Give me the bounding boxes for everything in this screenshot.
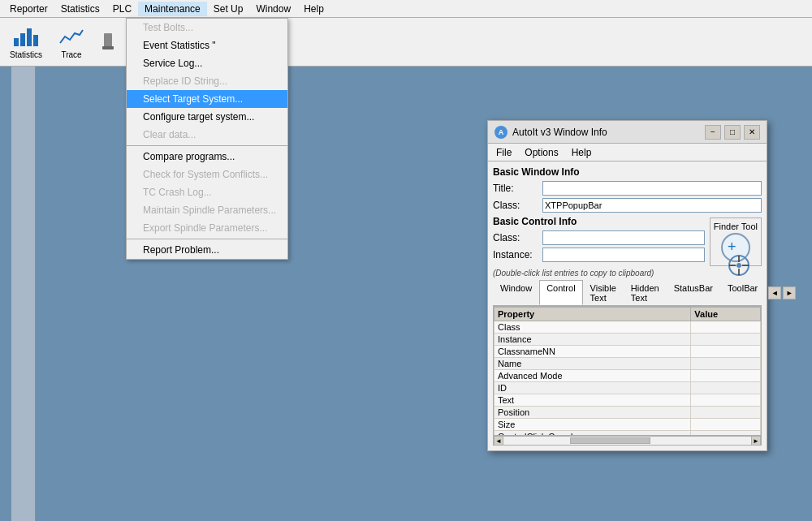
- menu-plc[interactable]: PLC: [106, 2, 138, 16]
- property-cell: Class: [495, 321, 691, 334]
- tab-toolbar[interactable]: ToolBar: [720, 280, 765, 305]
- menu-item-replace-id-string: Replace ID String...: [127, 72, 287, 90]
- table-row: Name: [495, 358, 761, 370]
- tab-prev-button[interactable]: ◄: [768, 286, 781, 299]
- value-cell: [691, 382, 761, 394]
- autoit-menu-help[interactable]: Help: [567, 146, 597, 159]
- basic-control-info-left: Basic Control Info Class: Instance:: [493, 216, 705, 266]
- toolbar-trace-button[interactable]: Trace: [50, 21, 93, 63]
- toolbar-statistics-button[interactable]: Statistics: [5, 21, 47, 63]
- menu-statistics[interactable]: Statistics: [54, 2, 106, 16]
- scroll-left-button[interactable]: ◄: [494, 436, 503, 446]
- control-info-section: Basic Control Info Class: Instance: Find…: [493, 216, 762, 266]
- menu-item-select-target-system[interactable]: Select Target System...: [127, 90, 287, 108]
- menu-item-configure-target-system[interactable]: Configure target system...: [127, 108, 287, 126]
- tab-control[interactable]: Control: [539, 280, 582, 305]
- tab-window[interactable]: Window: [493, 280, 539, 305]
- menu-window[interactable]: Window: [249, 2, 297, 16]
- value-cell: [691, 321, 761, 334]
- table-row: Position: [495, 407, 761, 419]
- property-cell: Text: [495, 394, 691, 407]
- menu-item-export-spindle: Export Spindle Parameters...: [127, 219, 287, 237]
- dropdown-separator-2: [127, 239, 287, 239]
- dropdown-separator-1: [127, 145, 287, 146]
- menu-item-maintain-spindle: Maintain Spindle Parameters...: [127, 201, 287, 219]
- tab-hidden-text[interactable]: Hidden Text: [624, 280, 667, 305]
- menu-reporter[interactable]: Reporter: [3, 2, 54, 16]
- property-cell: Position: [495, 407, 691, 419]
- title-input[interactable]: [542, 181, 762, 196]
- property-cell: Name: [495, 358, 691, 370]
- table-row: Size: [495, 419, 761, 431]
- window-title: AutoIt v3 Window Info: [512, 127, 700, 138]
- menu-item-test-bolts: Test Bolts...: [127, 19, 287, 37]
- class-input-window[interactable]: [542, 198, 762, 213]
- menu-item-check-system-conflicts: Check for System Conflicts...: [127, 166, 287, 183]
- menu-item-tc-crash-log: TC Crash Log...: [127, 183, 287, 201]
- table-row: Text: [495, 394, 761, 407]
- menu-item-clear-data: Clear data...: [127, 126, 287, 144]
- menu-bar: Reporter Statistics PLC Maintenance Set …: [0, 0, 812, 18]
- property-cell: Instance: [495, 334, 691, 346]
- tighten-icon: [96, 29, 120, 55]
- property-table-container[interactable]: Property Value ClassInstanceClassnameNNN…: [493, 306, 762, 436]
- tab-next-button[interactable]: ►: [783, 286, 796, 299]
- property-table: Property Value ClassInstanceClassnameNNN…: [494, 307, 761, 436]
- autoit-menu: File Options Help: [488, 144, 767, 161]
- menu-maintenance[interactable]: Maintenance: [138, 2, 207, 16]
- value-cell: [691, 334, 761, 346]
- svg-rect-1: [102, 46, 114, 50]
- basic-window-info-title: Basic Window Info: [493, 166, 762, 178]
- toolbar-tighten-button[interactable]: [96, 21, 120, 63]
- property-cell: ClassnameNN: [495, 346, 691, 358]
- finder-tool-label: Finder Tool: [714, 222, 758, 231]
- scroll-right-button[interactable]: ►: [751, 436, 761, 446]
- value-cell: [691, 370, 761, 382]
- instance-label: Instance:: [493, 249, 538, 260]
- column-property: Property: [495, 308, 691, 321]
- class-field-label-window: Class:: [493, 200, 538, 211]
- trace-icon: [58, 24, 84, 50]
- value-cell: [691, 394, 761, 407]
- minimize-button[interactable]: −: [705, 125, 721, 140]
- close-button[interactable]: ✕: [744, 125, 760, 140]
- class-input-control[interactable]: [542, 230, 705, 245]
- hint-text: (Double-click list entries to copy to cl…: [493, 269, 762, 278]
- property-cell: Advanced Mode: [495, 370, 691, 382]
- autoit-window: A AutoIt v3 Window Info − □ ✕ File Optio…: [487, 120, 767, 451]
- finder-icon[interactable]: [721, 233, 750, 262]
- table-row: Class: [495, 321, 761, 334]
- menu-setup[interactable]: Set Up: [207, 2, 250, 16]
- scroll-thumb[interactable]: [570, 437, 650, 444]
- property-cell: Size: [495, 419, 691, 431]
- menu-item-service-log[interactable]: Service Log...: [127, 54, 287, 72]
- table-row: Instance: [495, 334, 761, 346]
- tab-statusbar[interactable]: StatusBar: [667, 280, 720, 305]
- value-cell: [691, 358, 761, 370]
- scroll-track: [513, 437, 741, 444]
- trace-label: Trace: [61, 50, 81, 59]
- instance-input[interactable]: [542, 248, 705, 262]
- finder-tool-section: Finder Tool: [710, 216, 762, 266]
- tab-visible-text[interactable]: Visible Text: [583, 280, 624, 305]
- tab-navigation: ◄ ►: [765, 280, 799, 305]
- menu-item-event-statistics[interactable]: Event Statistics ": [127, 37, 287, 54]
- autoit-menu-options[interactable]: Options: [520, 146, 563, 159]
- window-controls: − □ ✕: [705, 125, 760, 140]
- autoit-content: Basic Window Info Title: Class: Basic Co…: [488, 161, 767, 450]
- horizontal-scrollbar[interactable]: ◄ ►: [493, 436, 762, 446]
- statistics-icon: [13, 24, 39, 50]
- property-cell: ID: [495, 382, 691, 394]
- value-cell: [691, 346, 761, 358]
- title-field-label: Title:: [493, 183, 538, 194]
- statistics-label: Statistics: [10, 50, 42, 59]
- autoit-menu-file[interactable]: File: [491, 146, 516, 159]
- table-row: ClassnameNN: [495, 346, 761, 358]
- menu-help[interactable]: Help: [297, 2, 330, 16]
- value-cell: [691, 419, 761, 431]
- window-titlebar: A AutoIt v3 Window Info − □ ✕: [488, 121, 767, 144]
- left-panel: [11, 67, 36, 521]
- maximize-button[interactable]: □: [724, 125, 741, 140]
- menu-item-report-problem[interactable]: Report Problem...: [127, 241, 287, 259]
- menu-item-compare-programs[interactable]: Compare programs...: [127, 148, 287, 166]
